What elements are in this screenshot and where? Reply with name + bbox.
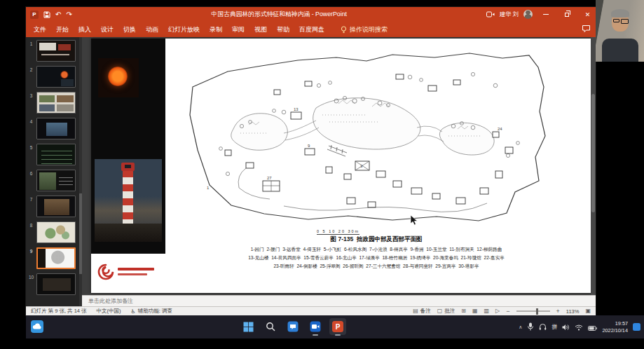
powerpoint-window: P ↶ ↷ 中国古典园林的形式特征和精神内涵 - PowerPoint 建华 刘…	[26, 7, 596, 315]
tab-record[interactable]: 录制	[205, 22, 227, 37]
tab-animations[interactable]: 动画	[141, 22, 163, 37]
slide-thumbnail-7[interactable]: 7	[26, 196, 80, 217]
thumbnail-image[interactable]	[36, 118, 76, 139]
comments-icon: ▢	[437, 308, 443, 314]
slide-thumbnail-5[interactable]: 5	[26, 144, 80, 165]
system-tray: ∧ 拼 19:57 2022/10/14	[519, 315, 640, 338]
avatar[interactable]	[523, 10, 533, 19]
accessibility-icon: ♿	[131, 308, 136, 315]
ime-indicator[interactable]: 拼	[551, 323, 557, 331]
slide-thumbnail-2[interactable]: 2	[26, 66, 80, 88]
slide-thumbnail-10[interactable]: 10	[26, 273, 80, 295]
network-icon[interactable]	[575, 321, 583, 334]
language-indicator[interactable]: 中文(中国)	[97, 308, 121, 315]
clock[interactable]: 19:57 2022/10/14	[602, 320, 628, 333]
notes-toggle[interactable]: ▤备注	[413, 308, 431, 315]
notes-pane[interactable]: 单击此处添加备注	[82, 295, 596, 306]
zoom-in-button[interactable]: +	[556, 308, 560, 315]
accessibility-status[interactable]: ♿ 辅助功能: 调查	[131, 308, 172, 315]
comments-toggle[interactable]: ▢批注	[437, 308, 455, 315]
tab-home[interactable]: 开始	[51, 22, 74, 37]
slide-thumbnail-1[interactable]: 1	[26, 40, 80, 62]
thumbnail-image[interactable]	[36, 144, 76, 165]
thumbnail-image[interactable]	[36, 40, 76, 62]
battery-icon[interactable]	[588, 321, 597, 334]
sunset-photo	[98, 58, 139, 97]
start-button[interactable]	[240, 318, 256, 335]
video-call-overlay[interactable]	[596, 0, 644, 62]
tab-transitions[interactable]: 切换	[118, 22, 141, 37]
canvas-scrollbar[interactable]	[591, 37, 596, 295]
participant-body	[602, 39, 638, 62]
headset-icon[interactable]	[539, 321, 547, 334]
microphone-icon[interactable]	[527, 321, 534, 334]
participant-glasses	[613, 19, 619, 22]
tab-file[interactable]: 文件	[29, 22, 51, 37]
slide[interactable]: 3913 27241 0 5 10 20 30m 图 7-135 拙政园中部及西…	[91, 39, 591, 293]
slide-number: 3	[26, 92, 36, 98]
garden-plan-figure[interactable]: 3913 27241	[179, 43, 561, 231]
time: 19:57	[602, 320, 628, 327]
user-name[interactable]: 建华 刘	[500, 11, 519, 18]
slide-sorter-view-icon[interactable]: ▦	[472, 308, 478, 314]
zoom-out-button[interactable]: −	[506, 308, 509, 315]
slide-thumbnail-9-selected[interactable]: 9	[26, 247, 80, 269]
slide-number: 6	[26, 170, 36, 176]
slide-number: 5	[26, 144, 36, 150]
tray-chevron-icon[interactable]: ∧	[519, 324, 522, 330]
tab-slideshow[interactable]: 幻灯片放映	[163, 22, 205, 37]
normal-view-icon[interactable]: ⊞	[461, 308, 466, 314]
close-button[interactable]: ✕	[580, 7, 596, 22]
tab-review[interactable]: 审阅	[227, 22, 249, 37]
widgets-icon[interactable]	[31, 320, 43, 333]
thumbnail-image[interactable]	[36, 247, 76, 269]
undo-icon[interactable]: ↶	[55, 11, 61, 18]
powerpoint-taskbar-icon[interactable]: P	[329, 318, 346, 335]
redo-icon[interactable]: ↷	[66, 11, 71, 18]
participant-hair	[611, 9, 629, 18]
chat-app-icon[interactable]	[285, 318, 301, 335]
lighthouse-lantern	[121, 163, 135, 171]
tab-insert[interactable]: 插入	[74, 22, 96, 37]
minimize-button[interactable]	[537, 7, 554, 22]
zoom-slider-thumb[interactable]	[536, 308, 538, 315]
thumbnail-image[interactable]	[36, 92, 76, 114]
notification-badge[interactable]	[633, 323, 640, 331]
tell-me-search[interactable]: 操作说明搜索	[341, 25, 388, 34]
comment-icon[interactable]	[582, 25, 590, 34]
tab-design[interactable]: 设计	[96, 22, 118, 37]
screen: P ↶ ↷ 中国古典园林的形式特征和精神内涵 - PowerPoint 建华 刘…	[0, 0, 644, 349]
plan-scale-bar: 0 5 10 20 30m	[317, 229, 359, 235]
slide-number: 10	[26, 273, 36, 280]
slide-number: 8	[26, 221, 36, 228]
thumbnail-image[interactable]	[36, 66, 76, 88]
thumbnail-image[interactable]	[36, 196, 76, 217]
thumbnail-image[interactable]	[36, 221, 76, 243]
powerpoint-tile: P	[332, 321, 343, 332]
thumbnail-image[interactable]	[36, 170, 76, 191]
thumbnail-image[interactable]	[36, 273, 76, 295]
lightbulb-icon	[341, 26, 347, 34]
slide-thumbnail-8[interactable]: 8	[26, 221, 80, 243]
volume-icon[interactable]	[562, 321, 570, 334]
fit-to-window-icon[interactable]: ▣	[585, 308, 591, 314]
slide-thumbnail-3[interactable]: 3	[26, 92, 80, 114]
tab-view[interactable]: 视图	[249, 22, 272, 37]
tab-help[interactable]: 帮助	[272, 22, 294, 37]
tab-baidu-netdisk[interactable]: 百度网盘	[294, 22, 329, 37]
logo-text-line	[118, 268, 154, 271]
save-icon[interactable]	[43, 11, 50, 18]
slide-thumbnail-6[interactable]: 6	[26, 170, 80, 191]
zoom-slider[interactable]	[516, 310, 550, 312]
reading-view-icon[interactable]: ▥	[484, 308, 490, 314]
meeting-app-icon[interactable]	[307, 318, 324, 335]
restore-button[interactable]	[559, 7, 575, 22]
slide-number: 9	[26, 247, 36, 254]
slide-thumbnail-4[interactable]: 4	[26, 118, 80, 139]
camera-icon[interactable]	[486, 11, 495, 18]
slide-number: 4	[26, 118, 36, 124]
search-button[interactable]	[262, 318, 279, 335]
zoom-level[interactable]: 113%	[566, 308, 580, 315]
slideshow-view-icon[interactable]: ▷	[495, 308, 500, 314]
notes-icon: ▤	[413, 308, 418, 314]
